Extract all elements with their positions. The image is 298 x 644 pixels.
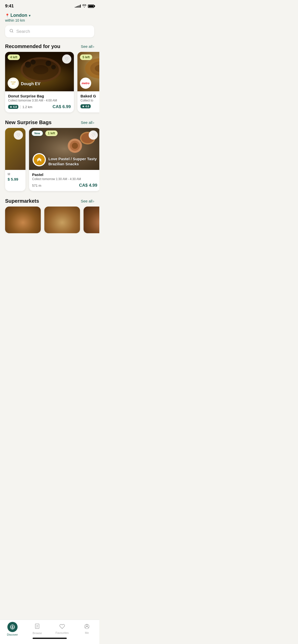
new-bags-title: New Surprise Bags — [5, 120, 51, 125]
search-bar[interactable]: Search — [5, 25, 94, 37]
search-icon — [9, 28, 14, 34]
svg-point-7 — [51, 65, 56, 69]
distance-pastel: 571 m — [32, 184, 41, 187]
svg-marker-16 — [82, 105, 84, 107]
new-bags-scroll: ♡ M $ 5.99 New — [0, 128, 99, 195]
svg-text:EV: EV — [12, 83, 15, 85]
rating-badge-dough-ev: 4.8 — [8, 105, 18, 109]
supermarkets-scroll — [0, 207, 99, 233]
new-bag-card-partial[interactable]: ♡ M $ 5.99 — [5, 128, 25, 191]
item-name-metro: Baked G — [80, 94, 99, 98]
svg-point-3 — [33, 65, 48, 74]
status-bar: 9:41 — [0, 0, 99, 11]
recommended-card-metro[interactable]: 5 left metro Baked G Collect to 4.6 — [77, 52, 99, 112]
location-header[interactable]: 📍 London ▾ within 10 km — [0, 11, 99, 22]
card-image-dough-ev: 4 left ♡ Dough EV Dough EV — [5, 52, 74, 91]
svg-point-4 — [25, 62, 31, 68]
collect-time-dough-ev: Collect tomorrow 3:30 AM - 4:00 AM — [8, 99, 71, 102]
price-pastel: CA$ 4.99 — [79, 183, 97, 188]
recommended-card-dough-ev[interactable]: 4 left ♡ Dough EV Dough EV Donut Surpris… — [5, 52, 74, 112]
favourite-button-pastel[interactable]: ♡ — [89, 130, 98, 140]
card-info-dough-ev: Donut Surprise Bag Collect tomorrow 3:30… — [5, 91, 74, 112]
supermarket-card-3[interactable] — [84, 207, 99, 233]
new-bags-see-all[interactable]: See all › — [81, 120, 94, 125]
search-container: Search — [0, 22, 99, 40]
svg-point-21 — [72, 143, 78, 149]
card-footer-dough-ev: 4.8 | 1.2 km CA$ 6.99 — [8, 104, 71, 109]
supermarkets-section-header: Supermarkets See all › — [0, 195, 99, 207]
rating-badge-metro: 4.6 — [80, 104, 91, 108]
wifi-icon — [82, 4, 86, 8]
status-time: 9:41 — [5, 4, 14, 9]
item-name-dough-ev: Donut Surprise Bag — [8, 94, 71, 98]
supermarkets-title: Supermarkets — [5, 198, 39, 204]
bag-count-badge-pastel: 1 left — [45, 130, 58, 136]
recommended-title: Recommended for you — [5, 43, 60, 49]
store-name-pastel: Love Pastel / Supper Tasty Brazilian Sna… — [48, 156, 97, 166]
svg-text:Dough: Dough — [11, 81, 16, 83]
price-dough-ev: CA$ 6.99 — [52, 104, 71, 109]
card-info-metro: Baked G Collect to 4.6 — [77, 91, 99, 111]
collect-time-metro: Collect to — [80, 99, 99, 102]
item-name-pastel: Pastel — [32, 172, 97, 177]
search-input[interactable]: Search — [16, 29, 90, 34]
recommended-see-all[interactable]: See all › — [81, 44, 94, 49]
store-logo-dough-ev: Dough EV — [8, 78, 19, 89]
store-logo-metro: metro — [80, 78, 91, 89]
svg-point-6 — [46, 61, 51, 66]
supermarkets-see-all[interactable]: See all › — [81, 199, 94, 203]
supermarket-card-1[interactable] — [5, 207, 41, 233]
status-icons — [75, 4, 94, 8]
card-image-pastel: New 1 left ♡ Love Pastel / Supper Tasty … — [29, 128, 99, 170]
location-city: London — [10, 13, 27, 18]
store-name-dough-ev: Dough EV — [21, 82, 40, 86]
location-radius: within 10 km — [5, 18, 94, 22]
battery-icon — [88, 5, 94, 8]
supermarket-card-2[interactable] — [44, 207, 80, 233]
collect-time-pastel: Collect tomorrow 1:30 AM - 4:30 AM — [32, 177, 97, 181]
svg-marker-12 — [10, 106, 12, 108]
svg-point-5 — [31, 60, 36, 65]
recommended-cards-scroll: 4 left ♡ Dough EV Dough EV Donut Surpris… — [0, 52, 99, 116]
card-footer-pastel: 571 m CA$ 4.99 — [32, 183, 97, 188]
card-info-pastel: Pastel Collect tomorrow 1:30 AM - 4:30 A… — [29, 170, 99, 191]
distance-dough-ev: 1.2 km — [22, 105, 32, 109]
favourite-button-dough-ev[interactable]: ♡ — [62, 54, 71, 64]
new-bag-card-pastel[interactable]: New 1 left ♡ Love Pastel / Supper Tasty … — [29, 128, 99, 191]
store-logo-pastel — [33, 153, 46, 166]
bag-count-badge-metro: 5 left — [80, 54, 92, 60]
card-image-metro: 5 left metro — [77, 52, 99, 91]
recommended-section-header: Recommended for you See all › — [0, 40, 99, 52]
new-badge-pastel: New — [32, 130, 43, 136]
signal-icon — [75, 5, 81, 8]
card-footer-metro: 4.6 — [80, 104, 99, 108]
new-bags-section-header: New Surprise Bags See all › — [0, 116, 99, 128]
chevron-down-icon: ▾ — [29, 13, 31, 18]
favourite-button-partial[interactable]: ♡ — [14, 130, 23, 140]
location-pin-icon: 📍 — [5, 13, 9, 18]
bag-count-badge-dough-ev: 4 left — [8, 54, 20, 60]
